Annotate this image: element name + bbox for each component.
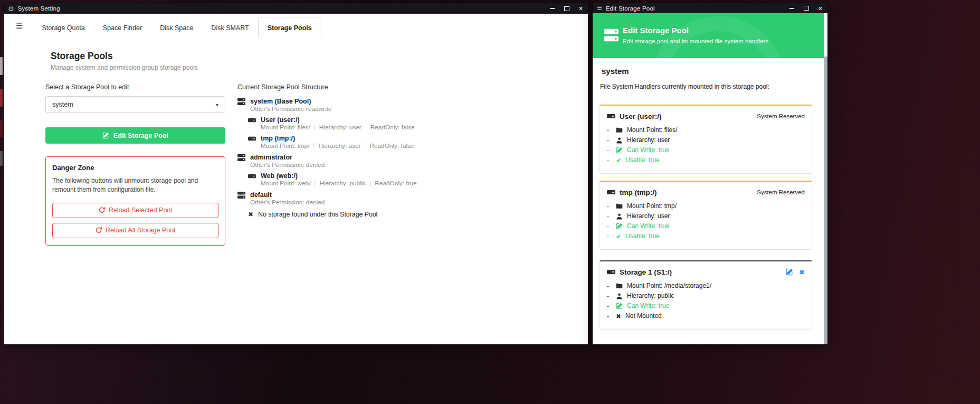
close-button[interactable]: × — [574, 3, 588, 14]
handler-row: Can Write: true — [607, 301, 805, 311]
storage-item: User (user:/) Mount Point: files/Hierarc… — [248, 116, 417, 131]
edit-storage-pool-button[interactable]: Edit Storage Pool — [45, 127, 225, 144]
edit-pool-banner: Edit Storage Pool Edit storage pool and … — [593, 13, 827, 58]
handler-name: tmp (tmp:/) — [620, 189, 753, 196]
desktop-icon-fragment — [0, 120, 3, 137]
pool-permission: Other's Permission: denied — [250, 161, 325, 168]
pool-name: system (Base Pool) — [250, 98, 331, 105]
reload-all-label: Reload All Storage Pool — [106, 227, 175, 234]
banner-subtitle: Edit storage pool and its mounted file s… — [623, 38, 768, 44]
pool-name: default — [250, 191, 325, 199]
server-icon — [237, 154, 245, 162]
folder-icon — [616, 203, 623, 210]
pool-item-administrator: administrator Other's Permission: denied… — [237, 154, 417, 187]
handler-row: ✔ Usable: true — [607, 155, 805, 165]
handler-row: ✖ Not Mounted — [607, 311, 805, 321]
tab-storage-quota[interactable]: Storage Quota — [33, 17, 93, 38]
hdd-icon — [248, 135, 256, 143]
edit-icon — [616, 223, 623, 230]
check-icon: ✔ — [616, 157, 621, 164]
handler-card-user: User (user:/) System Reserved Mount Poin… — [600, 105, 812, 174]
window-title: Edit Storage Pool — [606, 5, 655, 12]
handler-row: Can Write: true — [607, 221, 805, 231]
tab-disk-space[interactable]: Disk Space — [151, 17, 202, 38]
user-icon — [616, 137, 623, 144]
handler-card-storage1: Storage 1 (S1:/) ✖ Mount Point: /media/s… — [600, 260, 812, 330]
desktop-icon-fragment — [0, 89, 3, 107]
storage-pool-tree: system (Base Pool) Other's Permission: r… — [237, 98, 417, 219]
hdd-icon — [248, 172, 256, 180]
system-reserved-badge: System Reserved — [757, 113, 805, 119]
edit-storage-pool-window: ☰ Edit Storage Pool × Edit Storage Pool … — [593, 3, 827, 344]
storage-item: Web (web:/) Mount Point: web/Hierarchy: … — [248, 172, 417, 187]
close-button[interactable]: × — [813, 3, 827, 14]
x-icon: ✖ — [616, 313, 621, 320]
page-subtitle: Manage system and permission group stora… — [51, 64, 198, 71]
storage-props: Mount Point: web/Hierarchy: publicReadOn… — [261, 180, 417, 187]
empty-pool-message: No storage found under this Storage Pool — [258, 211, 377, 219]
danger-zone-description: The following buttons will unmount stora… — [52, 176, 218, 195]
edit-icon — [616, 147, 623, 154]
handler-row: Mount Point: files/ — [607, 125, 805, 135]
handler-row: Hierarchy: user — [607, 211, 805, 221]
user-icon — [616, 213, 623, 220]
menu-icon[interactable]: ☰ — [6, 21, 33, 31]
maximize-button[interactable] — [799, 3, 813, 14]
pool-item-default: default Other's Permission: denied ✖ No … — [237, 191, 417, 219]
hdd-icon — [248, 116, 256, 124]
tab-bar: ☰ Storage Quota Space Finder Disk Space … — [4, 14, 588, 39]
edit-button-label: Edit Storage Pool — [113, 132, 168, 139]
minimize-button[interactable] — [785, 3, 799, 14]
hdd-icon — [607, 188, 615, 196]
storage-pool-select[interactable]: system ▾ — [45, 96, 225, 113]
scrollbar[interactable] — [824, 13, 827, 344]
handler-row: Mount Point: /media/storage1/ — [607, 281, 805, 291]
handler-name: User (user:/) — [620, 112, 753, 120]
handler-row: Hierarchy: user — [607, 135, 805, 145]
handlers-label: File System Handlers currently mounted i… — [600, 83, 769, 90]
handler-row: ✔ Usable: true — [607, 231, 805, 241]
user-icon — [616, 293, 623, 299]
edit-handler-icon[interactable] — [786, 268, 793, 276]
unmount-handler-icon[interactable]: ✖ — [799, 269, 805, 276]
storage-props: Mount Point: files/Hierarchy: userReadOn… — [261, 124, 415, 131]
server-icon — [237, 98, 245, 106]
pool-name: administrator — [250, 154, 325, 161]
pool-permission: Other's Permission: denied — [250, 199, 325, 206]
server-icon — [604, 28, 619, 42]
x-icon: ✖ — [248, 211, 253, 219]
refresh-icon — [96, 227, 102, 233]
system-setting-window: ⚙ System Setting × ☰ Storage Quota Space… — [4, 3, 588, 344]
handler-name: Storage 1 (S1:/) — [620, 268, 782, 276]
pool-item-system: system (Base Pool) Other's Permission: r… — [237, 98, 417, 149]
minimize-button[interactable] — [545, 3, 559, 14]
handler-row: Mount Point: tmp/ — [607, 201, 805, 211]
maximize-button[interactable] — [559, 3, 574, 14]
selected-pool-value: system — [52, 101, 73, 108]
gear-icon: ⚙ — [8, 5, 14, 12]
hdd-icon — [607, 112, 615, 120]
handler-row: Can Write: true — [607, 145, 805, 155]
tab-space-finder[interactable]: Space Finder — [94, 17, 151, 38]
refresh-icon — [99, 207, 105, 213]
current-pool-name: system — [602, 67, 629, 76]
handler-card-tmp: tmp (tmp:/) System Reserved Mount Point:… — [600, 181, 812, 250]
empty-pool-row: ✖ No storage found under this Storage Po… — [248, 211, 417, 219]
edit-storage-pool-titlebar[interactable]: ☰ Edit Storage Pool × — [593, 3, 827, 13]
page-title: Storage Pools — [51, 51, 198, 62]
folder-icon — [616, 283, 623, 289]
reload-selected-pool-button[interactable]: Reload Selected Pool — [52, 203, 218, 218]
reload-all-pool-button[interactable]: Reload All Storage Pool — [52, 223, 218, 238]
tab-disk-smart[interactable]: Disk SMART — [202, 17, 258, 38]
scrollbar-thumb[interactable] — [824, 13, 827, 57]
desktop-icon-fragment — [0, 151, 3, 166]
system-setting-titlebar[interactable]: ⚙ System Setting × — [4, 3, 588, 14]
danger-zone-title: Danger Zone — [52, 164, 218, 172]
menu-icon: ☰ — [597, 5, 602, 11]
storage-name: Web (web:/) — [261, 172, 417, 180]
storage-name: tmp (tmp:/) — [261, 135, 414, 142]
server-icon — [237, 191, 245, 199]
tab-storage-pools[interactable]: Storage Pools — [258, 17, 321, 39]
system-reserved-badge: System Reserved — [757, 189, 805, 195]
edit-icon — [102, 132, 109, 139]
